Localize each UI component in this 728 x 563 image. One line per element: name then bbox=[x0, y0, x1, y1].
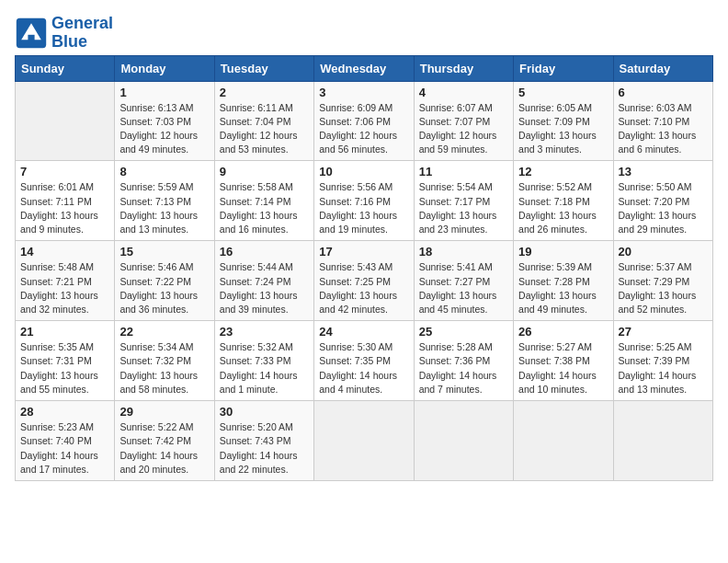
day-info: Sunrise: 5:52 AM Sunset: 7:18 PM Dayligh… bbox=[518, 180, 608, 236]
day-info: Sunrise: 5:27 AM Sunset: 7:38 PM Dayligh… bbox=[518, 340, 608, 396]
day-info: Sunrise: 5:22 AM Sunset: 7:42 PM Dayligh… bbox=[119, 420, 209, 477]
day-info: Sunrise: 5:58 AM Sunset: 7:14 PM Dayligh… bbox=[220, 180, 309, 236]
calendar-cell: 8Sunrise: 5:59 AM Sunset: 7:13 PM Daylig… bbox=[115, 161, 214, 241]
day-number: 19 bbox=[518, 245, 608, 259]
calendar-cell bbox=[314, 401, 414, 481]
day-info: Sunrise: 5:20 AM Sunset: 7:43 PM Dayligh… bbox=[220, 420, 309, 477]
calendar-cell: 14Sunrise: 5:48 AM Sunset: 7:21 PM Dayli… bbox=[16, 241, 115, 321]
calendar-cell: 5Sunrise: 6:05 AM Sunset: 7:09 PM Daylig… bbox=[514, 81, 613, 161]
calendar-header-row: SundayMondayTuesdayWednesdayThursdayFrid… bbox=[16, 55, 713, 81]
day-number: 15 bbox=[119, 245, 209, 259]
calendar-cell: 28Sunrise: 5:23 AM Sunset: 7:40 PM Dayli… bbox=[16, 401, 115, 481]
calendar-cell: 25Sunrise: 5:28 AM Sunset: 7:36 PM Dayli… bbox=[414, 321, 513, 401]
day-number: 10 bbox=[319, 165, 408, 178]
day-info: Sunrise: 6:05 AM Sunset: 7:09 PM Dayligh… bbox=[518, 101, 608, 157]
calendar-cell: 20Sunrise: 5:37 AM Sunset: 7:29 PM Dayli… bbox=[613, 241, 712, 321]
calendar-cell: 15Sunrise: 5:46 AM Sunset: 7:22 PM Dayli… bbox=[115, 241, 214, 321]
day-number: 25 bbox=[419, 325, 508, 339]
day-number: 24 bbox=[319, 325, 408, 339]
calendar-cell bbox=[414, 401, 513, 481]
calendar-cell bbox=[613, 401, 712, 481]
day-number: 13 bbox=[619, 165, 708, 178]
day-number: 5 bbox=[518, 86, 608, 99]
day-info: Sunrise: 6:03 AM Sunset: 7:10 PM Dayligh… bbox=[619, 101, 708, 157]
day-info: Sunrise: 5:48 AM Sunset: 7:21 PM Dayligh… bbox=[20, 260, 109, 316]
calendar-week-row: 14Sunrise: 5:48 AM Sunset: 7:21 PM Dayli… bbox=[16, 241, 713, 321]
weekday-header: Thursday bbox=[414, 55, 513, 81]
weekday-header: Wednesday bbox=[314, 55, 414, 81]
day-number: 16 bbox=[220, 245, 309, 259]
calendar-cell: 22Sunrise: 5:34 AM Sunset: 7:32 PM Dayli… bbox=[115, 321, 214, 401]
day-number: 6 bbox=[619, 86, 708, 99]
calendar-cell: 1Sunrise: 6:13 AM Sunset: 7:03 PM Daylig… bbox=[115, 81, 214, 161]
day-info: Sunrise: 6:01 AM Sunset: 7:11 PM Dayligh… bbox=[20, 180, 109, 236]
day-info: Sunrise: 5:23 AM Sunset: 7:40 PM Dayligh… bbox=[20, 420, 109, 477]
day-info: Sunrise: 5:50 AM Sunset: 7:20 PM Dayligh… bbox=[619, 180, 708, 236]
logo-text: GeneralBlue bbox=[51, 15, 113, 52]
calendar-cell: 24Sunrise: 5:30 AM Sunset: 7:35 PM Dayli… bbox=[314, 321, 414, 401]
day-info: Sunrise: 5:30 AM Sunset: 7:35 PM Dayligh… bbox=[319, 340, 408, 396]
calendar-cell: 17Sunrise: 5:43 AM Sunset: 7:25 PM Dayli… bbox=[314, 241, 414, 321]
day-info: Sunrise: 5:37 AM Sunset: 7:29 PM Dayligh… bbox=[619, 260, 708, 316]
calendar-week-row: 28Sunrise: 5:23 AM Sunset: 7:40 PM Dayli… bbox=[16, 401, 713, 481]
calendar-cell: 13Sunrise: 5:50 AM Sunset: 7:20 PM Dayli… bbox=[613, 161, 712, 241]
calendar-cell: 12Sunrise: 5:52 AM Sunset: 7:18 PM Dayli… bbox=[514, 161, 613, 241]
day-info: Sunrise: 6:09 AM Sunset: 7:06 PM Dayligh… bbox=[319, 101, 408, 157]
calendar-cell: 23Sunrise: 5:32 AM Sunset: 7:33 PM Dayli… bbox=[214, 321, 313, 401]
day-number: 4 bbox=[419, 86, 508, 99]
calendar-cell: 26Sunrise: 5:27 AM Sunset: 7:38 PM Dayli… bbox=[514, 321, 613, 401]
day-info: Sunrise: 5:25 AM Sunset: 7:39 PM Dayligh… bbox=[619, 340, 708, 396]
calendar-cell: 16Sunrise: 5:44 AM Sunset: 7:24 PM Dayli… bbox=[214, 241, 313, 321]
day-number: 28 bbox=[20, 405, 109, 419]
calendar-week-row: 7Sunrise: 6:01 AM Sunset: 7:11 PM Daylig… bbox=[16, 161, 713, 241]
day-info: Sunrise: 5:56 AM Sunset: 7:16 PM Dayligh… bbox=[319, 180, 408, 236]
weekday-header: Monday bbox=[115, 55, 214, 81]
calendar-cell: 19Sunrise: 5:39 AM Sunset: 7:28 PM Dayli… bbox=[514, 241, 613, 321]
calendar-cell: 30Sunrise: 5:20 AM Sunset: 7:43 PM Dayli… bbox=[214, 401, 313, 481]
day-number: 12 bbox=[518, 165, 608, 178]
logo: GeneralBlue bbox=[15, 15, 113, 52]
weekday-header: Sunday bbox=[16, 55, 115, 81]
day-number: 21 bbox=[20, 325, 109, 339]
day-number: 23 bbox=[220, 325, 309, 339]
calendar-cell: 27Sunrise: 5:25 AM Sunset: 7:39 PM Dayli… bbox=[613, 321, 712, 401]
calendar-cell: 9Sunrise: 5:58 AM Sunset: 7:14 PM Daylig… bbox=[214, 161, 313, 241]
calendar-cell: 4Sunrise: 6:07 AM Sunset: 7:07 PM Daylig… bbox=[414, 81, 513, 161]
day-number: 11 bbox=[419, 165, 508, 178]
calendar-table: SundayMondayTuesdayWednesdayThursdayFrid… bbox=[15, 55, 713, 481]
page-header: GeneralBlue bbox=[15, 15, 713, 52]
day-number: 27 bbox=[619, 325, 708, 339]
calendar-cell: 3Sunrise: 6:09 AM Sunset: 7:06 PM Daylig… bbox=[314, 81, 414, 161]
day-info: Sunrise: 5:41 AM Sunset: 7:27 PM Dayligh… bbox=[419, 260, 508, 316]
calendar-cell: 11Sunrise: 5:54 AM Sunset: 7:17 PM Dayli… bbox=[414, 161, 513, 241]
day-number: 9 bbox=[220, 165, 309, 178]
day-info: Sunrise: 5:32 AM Sunset: 7:33 PM Dayligh… bbox=[220, 340, 309, 396]
day-number: 26 bbox=[518, 325, 608, 339]
calendar-cell: 2Sunrise: 6:11 AM Sunset: 7:04 PM Daylig… bbox=[214, 81, 313, 161]
day-number: 22 bbox=[119, 325, 209, 339]
svg-rect-2 bbox=[28, 35, 34, 41]
day-info: Sunrise: 5:28 AM Sunset: 7:36 PM Dayligh… bbox=[419, 340, 508, 396]
weekday-header: Tuesday bbox=[214, 55, 313, 81]
calendar-cell: 7Sunrise: 6:01 AM Sunset: 7:11 PM Daylig… bbox=[16, 161, 115, 241]
day-number: 7 bbox=[20, 165, 109, 178]
day-info: Sunrise: 5:34 AM Sunset: 7:32 PM Dayligh… bbox=[119, 340, 209, 396]
day-number: 17 bbox=[319, 245, 408, 259]
day-number: 1 bbox=[119, 86, 209, 99]
day-info: Sunrise: 6:11 AM Sunset: 7:04 PM Dayligh… bbox=[220, 101, 309, 157]
calendar-week-row: 1Sunrise: 6:13 AM Sunset: 7:03 PM Daylig… bbox=[16, 81, 713, 161]
weekday-header: Saturday bbox=[613, 55, 712, 81]
day-info: Sunrise: 6:07 AM Sunset: 7:07 PM Dayligh… bbox=[419, 101, 508, 157]
day-info: Sunrise: 5:43 AM Sunset: 7:25 PM Dayligh… bbox=[319, 260, 408, 316]
day-number: 2 bbox=[220, 86, 309, 99]
day-info: Sunrise: 5:46 AM Sunset: 7:22 PM Dayligh… bbox=[119, 260, 209, 316]
day-info: Sunrise: 5:44 AM Sunset: 7:24 PM Dayligh… bbox=[220, 260, 309, 316]
calendar-cell: 18Sunrise: 5:41 AM Sunset: 7:27 PM Dayli… bbox=[414, 241, 513, 321]
day-number: 30 bbox=[220, 405, 309, 419]
day-number: 3 bbox=[319, 86, 408, 99]
day-number: 29 bbox=[119, 405, 209, 419]
calendar-cell: 21Sunrise: 5:35 AM Sunset: 7:31 PM Dayli… bbox=[16, 321, 115, 401]
calendar-cell bbox=[514, 401, 613, 481]
calendar-cell: 10Sunrise: 5:56 AM Sunset: 7:16 PM Dayli… bbox=[314, 161, 414, 241]
day-number: 18 bbox=[419, 245, 508, 259]
